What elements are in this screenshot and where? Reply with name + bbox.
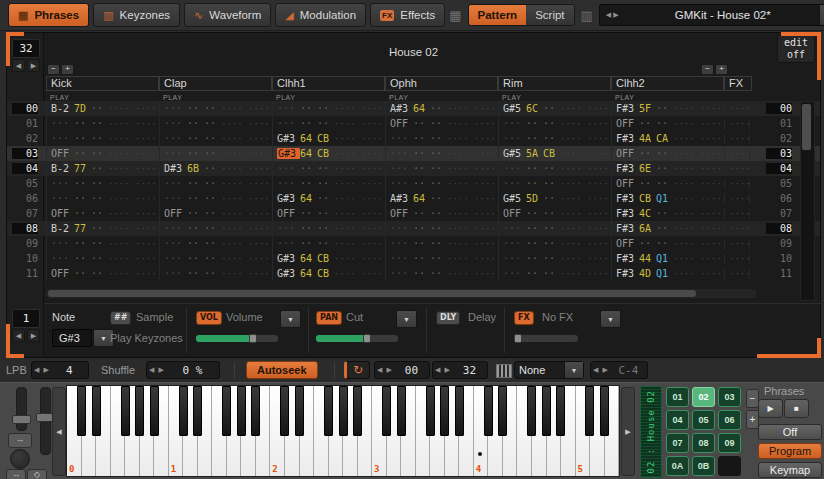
note-cell[interactable]: ··········· ···· bbox=[159, 101, 272, 116]
vertical-scrollbar-handle[interactable] bbox=[802, 104, 811, 150]
instrument-prev-next-icons[interactable]: ◀▶ bbox=[600, 11, 627, 19]
shuffle-prev-icon[interactable]: ◀ bbox=[147, 366, 156, 374]
fx-cell[interactable]: ···· bbox=[724, 104, 750, 114]
note-cell[interactable]: ··········· ···· bbox=[159, 131, 272, 146]
black-key[interactable] bbox=[339, 386, 348, 436]
note-cell[interactable]: ··········· ···· bbox=[159, 221, 272, 236]
tab-waveform[interactable]: ∿Waveform bbox=[184, 3, 271, 27]
remove-fx-column-button[interactable]: − bbox=[701, 64, 714, 75]
tracker-row-02[interactable]: 02··········· ··············· ····G#364C… bbox=[7, 131, 820, 146]
phrase-pad-02[interactable]: 02 bbox=[692, 387, 715, 407]
shuffle-stepper[interactable]: ◀▶ 0 % bbox=[146, 361, 220, 379]
note-cell[interactable]: OFF········ ···· bbox=[159, 206, 272, 221]
note-cell[interactable]: ··········· ···· bbox=[46, 251, 159, 266]
mapping-dropdown-icon[interactable]: ▼ bbox=[564, 362, 583, 378]
fx-cell[interactable]: ···· bbox=[724, 149, 750, 159]
note-cell[interactable]: ··········· ···· bbox=[272, 161, 385, 176]
black-key[interactable] bbox=[324, 386, 333, 436]
black-key[interactable] bbox=[440, 386, 449, 436]
note-cell[interactable]: ··········· ···· bbox=[385, 146, 498, 161]
loop-length-prev-icon[interactable]: ◀ bbox=[433, 366, 442, 374]
fx-cell[interactable]: ···· bbox=[724, 194, 750, 204]
volume-column-icon[interactable]: VOL bbox=[196, 311, 222, 325]
pan-column-icon[interactable]: PAN bbox=[316, 311, 342, 325]
note-cell[interactable]: ··········· ···· bbox=[46, 176, 159, 191]
fx-slider[interactable] bbox=[514, 335, 578, 342]
black-key[interactable] bbox=[527, 386, 536, 436]
track-play-mode-label[interactable]: PLAY bbox=[159, 91, 272, 101]
note-cell[interactable]: A#364······ ···· bbox=[385, 101, 498, 116]
columns-next-icon[interactable]: ▶ bbox=[27, 329, 40, 342]
piano-keyboard[interactable]: 012345 bbox=[66, 385, 620, 477]
black-key[interactable] bbox=[179, 386, 188, 436]
fx-column-icon[interactable]: FX bbox=[514, 311, 534, 325]
note-cell[interactable]: ··········· ···· bbox=[46, 131, 159, 146]
note-cell[interactable]: F#344Q1···· ···· bbox=[611, 251, 724, 266]
note-cell[interactable]: F#3CBQ1···· ···· bbox=[611, 191, 724, 206]
note-cell[interactable]: ··········· ···· bbox=[272, 176, 385, 191]
wheel-reset-button[interactable]: ↔ bbox=[8, 433, 32, 448]
black-key[interactable] bbox=[353, 386, 362, 436]
note-cell[interactable]: ··········· ···· bbox=[498, 161, 611, 176]
note-cell[interactable]: ··········· ···· bbox=[159, 146, 272, 161]
note-cell[interactable]: ··········· ···· bbox=[498, 251, 611, 266]
tracker-row-08[interactable]: 08B-277······ ··············· ··········… bbox=[7, 221, 820, 236]
note-cell[interactable]: OFF········ ···· bbox=[611, 176, 724, 191]
fx-cell[interactable]: ···· bbox=[724, 269, 750, 279]
note-cell[interactable]: ··········· ···· bbox=[272, 116, 385, 131]
track-header-ophh[interactable]: OphhPLAY bbox=[385, 76, 498, 101]
phrase-stop-button[interactable]: ■ bbox=[784, 399, 809, 418]
black-key[interactable] bbox=[498, 386, 507, 436]
horizontal-scrollbar[interactable] bbox=[46, 289, 756, 298]
add-fx-column-button[interactable]: + bbox=[715, 64, 728, 75]
note-cell[interactable]: ··········· ···· bbox=[159, 266, 272, 281]
play-keyzones-label[interactable]: Play Keyzones bbox=[110, 332, 183, 344]
track-name[interactable]: Ophh bbox=[385, 76, 498, 91]
selected-phrase-strip[interactable]: 02 : House 02 bbox=[640, 386, 662, 478]
lpb-prev-icon[interactable]: ◀ bbox=[32, 366, 41, 374]
add-column-button[interactable]: + bbox=[61, 64, 74, 75]
tab-phrases[interactable]: ▦Phrases bbox=[8, 3, 89, 27]
pattern-toggle[interactable]: Pattern bbox=[469, 5, 527, 25]
pitchbend-wheel-handle[interactable] bbox=[12, 415, 31, 424]
note-cell[interactable]: ··········· ···· bbox=[272, 236, 385, 251]
note-cell[interactable]: G#364······ ···· bbox=[272, 191, 385, 206]
track-header-clhh1[interactable]: Clhh1PLAY bbox=[272, 76, 385, 101]
loop-length-stepper[interactable]: ◀▶ 32 bbox=[432, 361, 488, 379]
phrase-pad-05[interactable]: 05 bbox=[692, 410, 715, 430]
black-key[interactable] bbox=[135, 386, 144, 436]
loop-start-next-icon[interactable]: ▶ bbox=[384, 366, 393, 374]
phrase-pad-08[interactable]: 08 bbox=[692, 433, 715, 453]
track-name[interactable]: Kick bbox=[46, 76, 159, 91]
fx-cell[interactable]: ···· bbox=[724, 239, 750, 249]
note-cell[interactable]: OFF········ ···· bbox=[498, 206, 611, 221]
tracker-row-04[interactable]: 04B-277······ ····D#36B······ ··········… bbox=[7, 161, 820, 176]
note-cell[interactable]: D#36B······ ···· bbox=[159, 161, 272, 176]
black-key[interactable] bbox=[397, 386, 406, 436]
pitchbend-wheel[interactable] bbox=[16, 387, 27, 431]
black-key[interactable] bbox=[280, 386, 289, 436]
black-key[interactable] bbox=[222, 386, 231, 436]
tracker-row-11[interactable]: 11OFF········ ··············· ····G#364C… bbox=[7, 266, 820, 281]
macro-knob[interactable] bbox=[10, 449, 30, 469]
note-cell[interactable]: ··········· ···· bbox=[385, 221, 498, 236]
loop-icon[interactable]: ↻ bbox=[344, 361, 370, 379]
note-cell[interactable]: OFF········ ···· bbox=[272, 206, 385, 221]
track-play-mode-label[interactable]: PLAY bbox=[498, 91, 611, 101]
keyboard-scroll-right[interactable]: ▶ bbox=[621, 387, 635, 476]
note-cell[interactable]: B-27D······ ···· bbox=[46, 101, 159, 116]
volume-slider[interactable] bbox=[196, 335, 278, 342]
note-cell[interactable]: F#35F······ ···· bbox=[611, 101, 724, 116]
note-cell[interactable]: ··········· ···· bbox=[159, 116, 272, 131]
note-cell[interactable]: ··········· ···· bbox=[46, 236, 159, 251]
note-cell[interactable]: ··········· ···· bbox=[385, 161, 498, 176]
note-column-remove-add-left[interactable]: −+ bbox=[47, 64, 74, 75]
note-cell[interactable]: ··········· ···· bbox=[272, 221, 385, 236]
fx-cell[interactable]: ···· bbox=[724, 209, 750, 219]
black-key[interactable] bbox=[382, 386, 391, 436]
script-toggle[interactable]: Script bbox=[526, 5, 573, 25]
note-cell[interactable]: OFF········ ···· bbox=[46, 266, 159, 281]
black-key[interactable] bbox=[77, 386, 86, 436]
black-key[interactable] bbox=[150, 386, 159, 436]
note-column-remove-add-right[interactable]: −+ bbox=[701, 64, 728, 75]
